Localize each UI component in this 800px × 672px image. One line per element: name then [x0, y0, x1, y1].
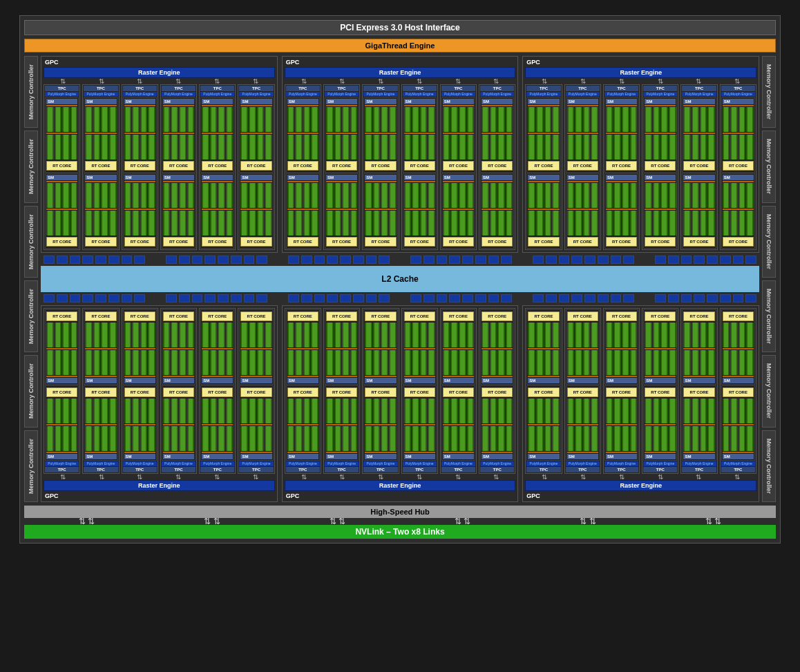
cuda-core-block: [85, 107, 93, 132]
cuda-core-block: [700, 211, 707, 236]
cuda-core-block: [124, 350, 132, 375]
cuda-core-block: [622, 323, 629, 347]
cuda-core-block: [692, 323, 699, 347]
cuda-core-block: [163, 399, 171, 423]
cuda-core-block: [240, 426, 248, 451]
cuda-core-block: [746, 323, 754, 347]
rt-core: RT CORE: [365, 237, 396, 247]
cuda-core-block: [342, 183, 350, 208]
cuda-core-block: [226, 211, 234, 236]
cuda-core-block: [692, 107, 699, 132]
sm: SMRT CORE: [84, 97, 117, 173]
cuda-core-block: [210, 107, 218, 132]
cuda-core-block: [373, 350, 381, 375]
rop-unit: [204, 294, 216, 303]
cuda-core-block: [428, 350, 435, 375]
cuda-core-block: [443, 426, 450, 451]
cuda-core-block: [287, 426, 295, 451]
cuda-core-block: [109, 107, 117, 132]
rop-unit: [655, 294, 666, 303]
cuda-core-block: [404, 399, 412, 423]
rop-unit: [437, 294, 448, 303]
rt-core: RT CORE: [85, 311, 116, 321]
rop-unit: [244, 256, 255, 264]
cuda-core-block: [202, 350, 209, 375]
rop-unit: [70, 256, 81, 264]
cuda-core-block: [467, 426, 475, 451]
polymorph-engine: PolyMorph Engine: [643, 92, 677, 97]
cuda-core-block: [723, 211, 730, 236]
rop-unit: [353, 256, 364, 264]
cuda-core-block: [506, 426, 513, 451]
cuda-core-block: [389, 323, 397, 347]
cuda-core-block: [124, 211, 132, 236]
rop-unit: [533, 294, 544, 303]
rt-core: RT CORE: [443, 161, 474, 171]
cuda-core-block: [109, 323, 117, 347]
cuda-core-block: [536, 323, 544, 347]
tpc: TPCPolyMorph EngineSMRT CORESMRT CORE: [82, 308, 119, 474]
rop-unit: [353, 294, 364, 303]
tpc: TPCPolyMorph EngineSMRT CORESMRT CORE: [720, 308, 756, 474]
rop-unit: [231, 256, 242, 264]
rop-unit: [192, 294, 203, 303]
memory-controller: Memory Controller: [24, 131, 38, 202]
polymorph-engine: PolyMorph Engine: [200, 92, 234, 97]
cuda-core-block: [482, 183, 489, 208]
rt-core: RT CORE: [287, 237, 318, 247]
rt-core: RT CORE: [404, 161, 435, 171]
cuda-core-block: [692, 426, 699, 451]
cuda-core-block: [613, 211, 621, 236]
rop-unit: [179, 256, 190, 264]
cuda-core-block: [467, 183, 475, 208]
cuda-core-block: [140, 399, 148, 423]
tpc: TPCPolyMorph EngineSMRT CORESMRT CORE: [440, 84, 477, 250]
cuda-core-block: [249, 211, 256, 236]
rop-unit: [301, 256, 312, 264]
polymorph-engine: PolyMorph Engine: [480, 461, 514, 466]
cuda-core-block: [55, 183, 62, 208]
polymorph-engine: PolyMorph Engine: [239, 92, 273, 97]
gpc: GPCRaster Engine⇅⇅⇅⇅⇅⇅TPCPolyMorph Engin…: [41, 56, 278, 253]
cuda-core-block: [55, 211, 62, 236]
tpc: TPCPolyMorph EngineSMRT CORESMRT CORE: [479, 84, 515, 250]
rop-unit: [134, 256, 145, 264]
rop-unit: [571, 294, 582, 303]
gpc: GPCRaster Engine⇅⇅⇅⇅⇅⇅TPCPolyMorph Engin…: [522, 305, 759, 502]
cuda-core-block: [70, 399, 78, 423]
cuda-core-block: [544, 350, 552, 375]
cuda-core-block: [707, 323, 715, 347]
cuda-core-block: [404, 135, 412, 160]
cuda-core-block: [70, 323, 78, 347]
polymorph-engine: PolyMorph Engine: [441, 461, 475, 466]
sm: SMRT CORE: [239, 173, 273, 249]
sm: SMRT CORE: [286, 173, 320, 249]
tpc: TPCPolyMorph EngineSMRT CORESMRT CORE: [323, 308, 360, 474]
cuda-core-block: [109, 183, 117, 208]
rt-core: RT CORE: [723, 161, 754, 171]
sm: SMRT CORE: [45, 309, 79, 385]
cuda-core-block: [46, 211, 54, 236]
cuda-core-block: [187, 183, 195, 208]
cuda-core-block: [240, 350, 248, 375]
cuda-core-block: [567, 107, 575, 132]
cuda-core-block: [350, 350, 358, 375]
tpc: TPCPolyMorph EngineSMRT CORESMRT CORE: [603, 84, 640, 250]
cuda-core-block: [140, 211, 148, 236]
cuda-core-block: [622, 399, 629, 423]
cuda-core-block: [85, 135, 93, 160]
rop-unit: [327, 294, 338, 303]
polymorph-engine: PolyMorph Engine: [162, 461, 196, 466]
cuda-core-block: [528, 323, 535, 347]
rop-unit: [681, 294, 692, 303]
cuda-core-block: [350, 107, 358, 132]
rt-core: RT CORE: [326, 387, 357, 397]
sm: SMRT CORE: [682, 309, 716, 385]
cuda-core-block: [226, 107, 234, 132]
cuda-core-block: [240, 399, 248, 423]
cuda-core-block: [683, 399, 691, 423]
cuda-core-block: [575, 183, 582, 208]
cuda-core-block: [257, 350, 265, 375]
cuda-core-block: [653, 350, 660, 375]
cuda-core-block: [171, 399, 178, 423]
